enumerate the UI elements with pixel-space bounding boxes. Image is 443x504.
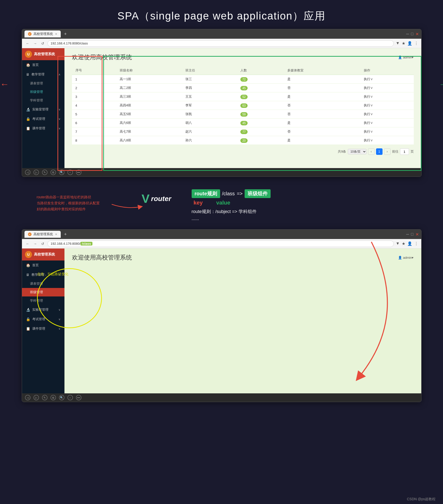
next-page-btn[interactable]: › [384,148,391,155]
bottom2-zoom-icon[interactable]: 🔍 [59,395,64,400]
browser-tab[interactable]: U 高校管理系统 ✕ [24,30,61,37]
courseware-chevron-icon: ∨ [58,127,60,130]
action-btn[interactable]: 执行∨ [364,86,410,90]
prev-page-btn[interactable]: ‹ [368,148,375,155]
cell-id: 5 [72,110,116,119]
action-btn[interactable]: 执行∨ [364,129,410,134]
tab-close-icon[interactable]: ✕ [55,32,57,36]
cell-action[interactable]: 执行∨ [360,110,414,119]
page-size-select[interactable]: 10条/页 [348,149,367,154]
route-rule-line1: route规则 /class => 班级组件 [192,189,271,198]
key-label: key [194,200,203,206]
bottom-maximize-btn[interactable]: □ [411,232,414,237]
bottom-back-btn[interactable]: ← [25,241,30,247]
close-btn[interactable]: ✕ [416,32,419,36]
th-name: 班级名称 [116,66,182,75]
teaching-icon: 🖥 [26,72,29,76]
user-icon[interactable]: 👤 [407,41,412,46]
lab-label: 实验室管理 [32,107,48,112]
action-btn[interactable]: 执行∨ [364,77,410,81]
address-bar[interactable]: 192.168.4.176:8080/class [47,40,394,47]
sidebar-group-teaching[interactable]: 🖥 教学管理 ∧ [22,70,64,79]
bottom-sidebar-group-exam[interactable]: 🔒 考试管理 ∨ [22,314,64,324]
bottom-app-header: 欢迎使用高校管理系统 👤 admin▾ [72,253,414,261]
cell-name: 高四4班 [116,101,182,110]
sidebar-sub-class[interactable]: 班级管理 [22,88,64,96]
bottom2-edit-icon[interactable]: ✎ [42,395,47,400]
bottom2-play-icon[interactable]: ▷ [33,395,39,400]
bottom-menu-icon[interactable]: ⋮ [414,241,418,246]
sidebar-item-home[interactable]: 🏠 首页 [22,60,64,70]
bottom-close-btn[interactable]: ✕ [416,232,419,237]
bottom-play-icon[interactable]: ▷ [33,170,39,175]
bottom2-circle-icon[interactable]: ○ [67,395,73,400]
bottom-sidebar-group-courseware[interactable]: 📋 课件管理 ∨ [22,324,64,333]
bottom-star-icon[interactable]: ★ [402,241,405,246]
sidebar-group-lab[interactable]: 🔬 实验室管理 ∨ [22,105,64,114]
star-icon[interactable]: ★ [402,41,405,46]
cell-id: 2 [72,84,116,92]
action-btn[interactable]: 执行∨ [364,103,410,108]
bottom-bookmark-icon[interactable]: ▼ [396,241,400,246]
bottom-copy-icon[interactable]: ⧉ [50,170,56,175]
table-row: 1 高一1班 张三 72 是 执行∨ [72,75,414,84]
cell-action[interactable]: 执行∨ [360,84,414,92]
bottom-sidebar-sub-schedule[interactable]: 课表管理 [22,279,64,288]
forward-btn[interactable]: → [32,41,38,46]
cell-action[interactable]: 执行∨ [360,101,414,110]
bottom2-more-icon[interactable]: ••• [76,395,81,400]
bottom-edit-icon[interactable]: ✎ [42,170,47,175]
bottom-user-icon[interactable]: 👤 [407,241,412,246]
bottom-address-bar[interactable]: 192.168.4.176:8080/ /class [47,241,394,247]
bookmark-icon[interactable]: ▼ [396,41,400,46]
cell-action[interactable]: 执行∨ [360,119,414,127]
sidebar-sub-subject[interactable]: 学科管理 [22,96,64,105]
bottom-sidebar-item-home[interactable]: 🏠 首页 [22,260,64,270]
minimize-btn[interactable]: ─ [406,32,409,36]
cell-action[interactable]: 执行∨ [360,127,414,136]
bottom2-copy-icon[interactable]: ⧉ [50,395,56,400]
table-row: 7 高七7班 赵六 77 否 执行∨ [72,127,414,136]
bottom2-back-icon[interactable]: ◁ [25,395,30,400]
maximize-btn[interactable]: □ [411,32,414,36]
browser-toolbar: ← → ↺ 192.168.4.176:8080/class ▼ ★ 👤 ⋮ [22,39,421,48]
bottom-circle-icon[interactable]: ○ [67,170,73,175]
page-1-btn[interactable]: 1 [376,148,383,155]
cell-action[interactable]: 执行∨ [360,92,414,101]
back-btn[interactable]: ← [25,41,30,46]
lab-chevron-icon: ∨ [58,108,60,111]
bottom-refresh-btn[interactable]: ↺ [40,241,45,247]
cell-multimedia: 否 [284,110,360,119]
sidebar-sub-schedule[interactable]: 课表管理 [22,79,64,88]
bottom-sidebar-sub-class[interactable]: 班级管理 [22,288,64,296]
bottom-admin-label: admin▾ [403,256,414,259]
action-btn[interactable]: 执行∨ [364,138,410,143]
th-multimedia: 多媒体教室 [284,66,360,75]
action-btn[interactable]: 执行∨ [364,121,410,125]
sidebar-group-courseware[interactable]: 📋 课件管理 ∨ [22,124,64,133]
bottom-minimize-btn[interactable]: ─ [406,232,409,237]
bottom-forward-btn[interactable]: → [32,241,38,247]
bottom-sidebar-sub-subject[interactable]: 学科管理 [22,296,64,305]
click-annotation: 点击，引起路径变化 [37,272,68,276]
new-tab-icon[interactable]: + [62,31,69,37]
cell-action[interactable]: 执行∨ [360,136,414,145]
cell-count: 45 [237,119,284,127]
class-component-tag: 班级组件 [245,189,271,198]
action-btn[interactable]: 执行∨ [364,112,410,116]
bottom-sidebar-group-lab[interactable]: 🔬 实验室管理 ∨ [22,305,64,314]
sidebar-group-exam[interactable]: 🔒 考试管理 ∨ [22,114,64,124]
bottom-courseware-icon: 📋 [26,327,30,331]
bottom-more-icon[interactable]: ••• [76,170,81,175]
bottom-tab-close-icon[interactable]: ✕ [55,233,57,236]
action-btn[interactable]: 执行∨ [364,94,410,99]
goto-input[interactable] [400,148,409,155]
cell-action[interactable]: 执行∨ [360,75,414,84]
refresh-btn[interactable]: ↺ [40,41,45,46]
bottom-zoom-icon[interactable]: 🔍 [59,170,64,175]
bottom-new-tab-icon[interactable]: + [62,232,69,237]
app-layout: U 高校管理系统 🏠 首页 🖥 教学管理 ∧ 课表管理 [22,48,421,168]
menu-icon[interactable]: ⋮ [414,41,418,46]
bottom-browser-tab[interactable]: U 高校管理系统 ✕ [24,231,61,238]
bottom-back-icon[interactable]: ◁ [25,170,30,175]
